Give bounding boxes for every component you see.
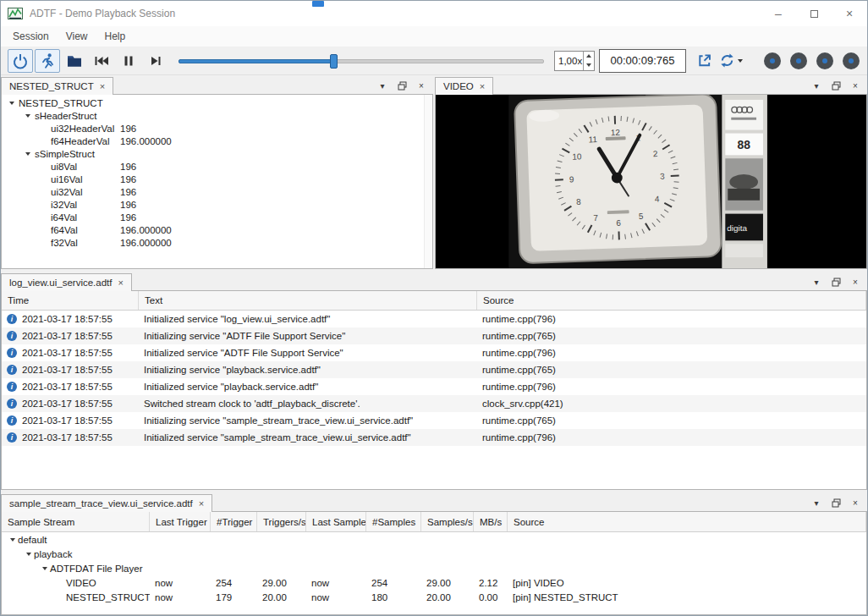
column-header-triggers-per-s[interactable]: Triggers/s — [257, 512, 306, 531]
trace-content: Sample Stream Last Trigger #Trigger Trig… — [1, 511, 867, 615]
tab-close-icon[interactable]: × — [480, 82, 485, 91]
tab-nested-struct[interactable]: NESTED_STRUCT × — [1, 77, 113, 95]
tree-row[interactable]: f32Val 196.000000 — [2, 236, 432, 249]
expander-icon[interactable] — [7, 538, 18, 542]
panel-float-button[interactable] — [830, 80, 842, 91]
playback-slider[interactable] — [179, 49, 544, 73]
pause-button[interactable] — [116, 49, 141, 73]
column-header-time[interactable]: Time — [2, 291, 139, 310]
column-header-sample-stream[interactable]: Sample Stream — [2, 512, 150, 531]
expander-icon[interactable] — [6, 102, 17, 105]
minimize-button[interactable]: – — [761, 1, 796, 26]
tab-trace-view[interactable]: sample_stream_trace_view.ui_service.adtf… — [1, 494, 212, 512]
playback-time-display[interactable]: 00:00:09:765 — [599, 49, 686, 73]
playback-slider-handle[interactable] — [330, 54, 338, 69]
trace-cell: 254 — [211, 578, 257, 588]
tree-row[interactable]: ui16Val 196 — [2, 173, 432, 185]
panel-close-button[interactable]: × — [849, 276, 861, 288]
panel-float-button[interactable] — [830, 497, 842, 509]
trace-row[interactable]: default — [2, 532, 866, 547]
tree-row[interactable]: i64Val 196 — [2, 211, 432, 223]
log-row[interactable]: i 2021-03-17 18:57:55 Switched stream cl… — [2, 395, 866, 412]
scrollbar-track[interactable] — [424, 95, 432, 268]
expander-icon[interactable] — [23, 553, 34, 556]
panel-menu-button[interactable]: ▾ — [810, 80, 822, 91]
column-header-source[interactable]: Source — [508, 512, 866, 531]
close-window-button[interactable]: × — [832, 1, 867, 26]
panel-close-button[interactable]: × — [849, 80, 861, 91]
log-text: Initialized service "ADTF File Support S… — [139, 348, 477, 358]
panel-menu-button[interactable]: ▾ — [376, 80, 388, 91]
tab-close-icon[interactable]: × — [100, 82, 105, 91]
menu-session[interactable]: Session — [4, 27, 58, 46]
trace-row[interactable]: playback — [2, 547, 866, 561]
run-button[interactable] — [35, 49, 60, 73]
column-header-num-samples[interactable]: #Samples — [366, 512, 421, 531]
detach-view-button[interactable] — [691, 49, 717, 73]
tree-row[interactable]: f64HeaderVal 196.000000 — [2, 135, 432, 147]
trace-cell: now — [150, 592, 211, 602]
open-folder-button[interactable] — [62, 49, 87, 73]
speed-spinbox[interactable]: 1,00x — [554, 51, 595, 71]
expander-icon[interactable] — [22, 152, 33, 156]
trace-row[interactable]: NESTED_STRUCT now 179 20.00 now 180 20.0… — [2, 590, 866, 604]
spin-down-button[interactable] — [584, 61, 594, 70]
panel-float-button[interactable] — [396, 80, 408, 91]
trace-row[interactable]: VIDEO now 254 29.00 now 254 29.00 2.12 [… — [2, 575, 866, 590]
tree-row[interactable]: i32Val 196 — [2, 198, 432, 211]
log-row[interactable]: i 2021-03-17 18:57:55 Initializing servi… — [2, 361, 866, 378]
panel-close-button[interactable]: × — [849, 497, 861, 509]
panel-menu-button[interactable]: ▾ — [810, 276, 822, 288]
menu-view[interactable]: View — [58, 27, 96, 46]
column-header-last-sample[interactable]: Last Sample — [306, 512, 366, 531]
log-row[interactable]: i 2021-03-17 18:57:55 Initialized servic… — [2, 378, 866, 395]
log-row[interactable]: i 2021-03-17 18:57:55 Initialized servic… — [2, 311, 866, 327]
trace-cell: now — [306, 592, 366, 602]
stream-toggle-button-2[interactable] — [789, 52, 808, 70]
stream-toggle-button-1[interactable] — [763, 52, 782, 70]
column-header-source[interactable]: Source — [477, 291, 866, 310]
tree-row[interactable]: NESTED_STRUCT — [2, 96, 432, 109]
log-row[interactable]: i 2021-03-17 18:57:55 Initialized servic… — [2, 344, 866, 361]
tab-close-icon[interactable]: × — [199, 499, 204, 509]
tree-row[interactable]: sHeaderStruct — [2, 109, 432, 122]
tab-log-view[interactable]: log_view.ui_service.adtf × — [1, 273, 132, 291]
column-header-text[interactable]: Text — [139, 291, 477, 310]
tab-close-icon[interactable]: × — [118, 278, 123, 288]
stream-toggle-button-3[interactable] — [816, 52, 834, 70]
panel-menu-button[interactable]: ▾ — [810, 497, 822, 509]
strip-number-text: 88 — [737, 138, 750, 151]
log-source: runtime.cpp(796) — [477, 348, 866, 358]
tree-row[interactable]: f64Val 196.000000 — [2, 223, 432, 236]
tree-row[interactable]: ui32Val 196 — [2, 185, 432, 198]
tree-row[interactable]: ui32HeaderVal 196 — [2, 122, 432, 135]
trace-stream-label: ADTFDAT File Player — [50, 564, 142, 574]
maximize-button[interactable] — [796, 1, 832, 26]
column-header-last-trigger[interactable]: Last Trigger — [150, 512, 211, 531]
stream-toggle-button-4[interactable] — [842, 52, 860, 70]
log-text: Initialized service "log_view.ui_service… — [139, 314, 477, 324]
log-row[interactable]: i 2021-03-17 18:57:55 Initializing servi… — [2, 412, 866, 429]
expander-icon[interactable] — [22, 114, 33, 118]
column-header-mb-per-s[interactable]: MB/s — [474, 512, 508, 531]
menu-help[interactable]: Help — [96, 27, 135, 46]
spin-up-button[interactable] — [584, 52, 594, 61]
tree-row[interactable]: ui8Val 196 — [2, 160, 432, 173]
log-row[interactable]: i 2021-03-17 18:57:55 Initializing servi… — [2, 327, 866, 344]
skip-to-start-button[interactable] — [89, 49, 114, 73]
trace-row[interactable]: ADTFDAT File Player — [2, 561, 866, 575]
power-button[interactable] — [8, 49, 33, 73]
titlebar[interactable]: ADTF - Demo Playback Session – × — [1, 1, 867, 26]
expander-icon[interactable] — [39, 567, 50, 570]
panel-close-button[interactable]: × — [415, 80, 427, 91]
panel-float-button[interactable] — [830, 276, 842, 288]
column-header-num-trigger[interactable]: #Trigger — [211, 512, 257, 531]
column-header-samples-per-s[interactable]: Samples/s — [421, 512, 474, 531]
log-row[interactable]: i 2021-03-17 18:57:55 Initialized servic… — [2, 429, 866, 446]
tree-row[interactable]: sSimpleStruct — [2, 147, 432, 160]
loop-button[interactable] — [718, 49, 744, 73]
tab-video[interactable]: VIDEO × — [435, 77, 493, 95]
loop-dropdown-icon[interactable] — [738, 59, 743, 63]
chevron-down-icon: ▾ — [814, 278, 818, 287]
step-forward-button[interactable] — [143, 49, 168, 73]
